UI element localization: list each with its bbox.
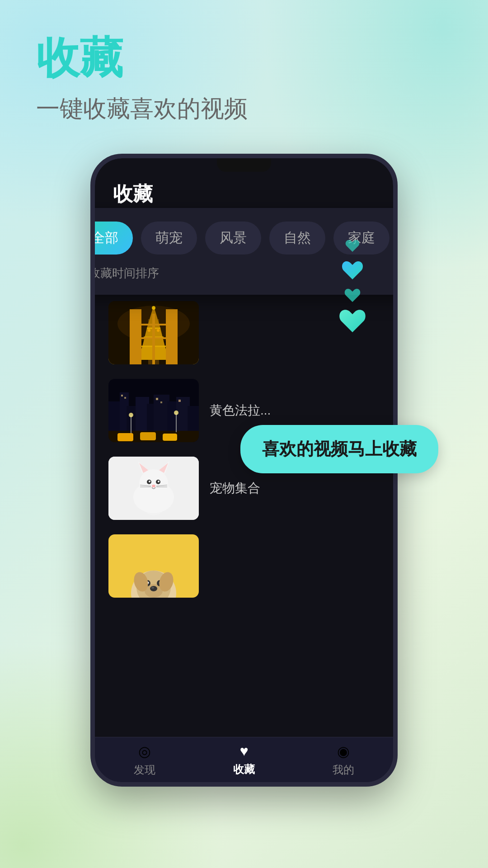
page-subtitle: 一键收藏喜欢的视频 xyxy=(36,93,248,125)
heart-icon-large xyxy=(339,310,366,335)
nav-item-discover[interactable]: ◎ 发现 xyxy=(134,743,155,777)
svg-rect-24 xyxy=(140,432,156,440)
tooltip-text: 喜欢的视频马上收藏 xyxy=(262,439,417,458)
filter-tab-nature[interactable]: 自然 xyxy=(269,222,325,255)
eiffel-thumbnail xyxy=(108,301,199,364)
video-item-4[interactable] xyxy=(95,527,393,605)
svg-rect-30 xyxy=(121,395,123,396)
nav-item-mine[interactable]: ◉ 我的 xyxy=(333,743,354,777)
svg-rect-23 xyxy=(117,433,133,441)
phone-mockup: 收藏 全部 萌宠 风景 自然 家庭 按收藏时间排序 xyxy=(90,154,398,823)
video-info-2: 黄色法拉... xyxy=(210,402,380,419)
video-thumb-2 xyxy=(108,379,199,442)
bottom-nav: ◎ 发现 ♥ 收藏 ◉ 我的 xyxy=(95,737,393,782)
nav-label-discover: 发现 xyxy=(134,763,155,777)
video-thumb-4 xyxy=(108,534,199,598)
svg-point-52 xyxy=(142,493,165,515)
video-thumb-1 xyxy=(108,301,199,364)
heart-icon-small-top xyxy=(345,240,360,253)
hearts-container xyxy=(339,240,366,335)
nav-label-mine: 我的 xyxy=(333,763,354,777)
app-title: 收藏 xyxy=(113,181,375,208)
filter-tab-all[interactable]: 全部 xyxy=(95,222,133,255)
svg-rect-32 xyxy=(156,398,158,400)
heart-icon-small-mid xyxy=(344,288,361,303)
filter-tab-scenery[interactable]: 风景 xyxy=(205,222,261,255)
video-title-2: 黄色法拉... xyxy=(210,402,380,419)
cat-thumbnail xyxy=(108,457,199,520)
page-title: 收藏 xyxy=(36,36,248,80)
discover-icon: ◎ xyxy=(138,743,151,760)
page-header: 收藏 一键收藏喜欢的视频 xyxy=(36,36,248,125)
svg-rect-25 xyxy=(163,434,177,441)
video-list: 黄色法拉... xyxy=(95,294,393,737)
heart-icon-medium xyxy=(342,261,363,281)
video-thumb-3 xyxy=(108,457,199,520)
filter-tab-pets[interactable]: 萌宠 xyxy=(141,222,197,255)
tooltip-bubble: 喜欢的视频马上收藏 xyxy=(240,425,438,473)
svg-point-46 xyxy=(158,481,160,482)
svg-point-9 xyxy=(152,306,155,310)
svg-point-27 xyxy=(129,413,133,417)
city-thumbnail xyxy=(108,379,199,442)
svg-point-58 xyxy=(151,587,154,589)
video-title-3: 宠物集合 xyxy=(210,480,380,497)
svg-point-10 xyxy=(148,329,150,332)
collection-icon: ♥ xyxy=(240,743,249,760)
svg-point-11 xyxy=(157,329,160,332)
video-info-3: 宠物集合 xyxy=(210,480,380,497)
dog-thumbnail xyxy=(108,534,199,598)
svg-point-29 xyxy=(174,410,178,415)
svg-point-57 xyxy=(150,586,157,591)
svg-point-47 xyxy=(152,485,155,487)
mine-icon: ◉ xyxy=(337,743,350,760)
svg-rect-33 xyxy=(160,401,162,403)
svg-rect-31 xyxy=(124,397,126,399)
phone-notch xyxy=(217,158,271,172)
nav-item-collection[interactable]: ♥ 收藏 xyxy=(233,743,255,777)
nav-label-collection: 收藏 xyxy=(233,762,255,777)
svg-point-45 xyxy=(149,481,150,482)
svg-rect-34 xyxy=(178,400,181,402)
svg-marker-5 xyxy=(138,346,169,360)
